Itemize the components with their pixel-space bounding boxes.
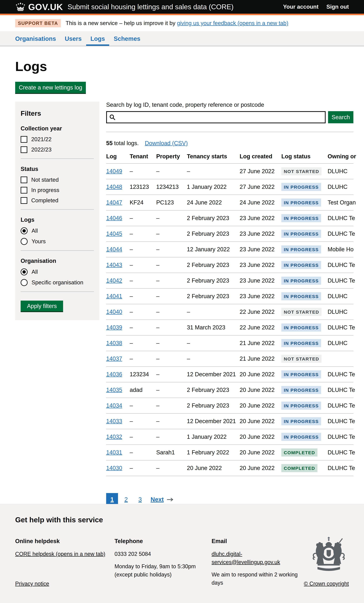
log-id-link[interactable]: 14046 bbox=[106, 215, 122, 221]
footer: Get help with this service Online helpde… bbox=[0, 504, 364, 603]
checkbox[interactable] bbox=[21, 146, 27, 153]
nav-tab[interactable]: Schemes bbox=[114, 31, 141, 46]
sign-out-link[interactable]: Sign out bbox=[326, 4, 349, 10]
table-row: 14041 – – 2 February 2023 23 June 2022 I… bbox=[106, 289, 353, 304]
nav-tab[interactable]: Organisations bbox=[15, 31, 56, 46]
log-id-link[interactable]: 14041 bbox=[106, 293, 122, 299]
log-id-link[interactable]: 14049 bbox=[106, 168, 122, 174]
cell-owning-organisation: DLUHC Te bbox=[328, 226, 353, 242]
filter-radio-option[interactable]: All bbox=[21, 227, 94, 234]
column-header: Property bbox=[156, 153, 187, 163]
cell-owning-organisation: DLUHC Te bbox=[328, 429, 353, 445]
cell-tenancy-starts: 2 February 2023 bbox=[187, 398, 240, 413]
cell-log-created: 23 June 2022 bbox=[240, 289, 281, 304]
search-button[interactable]: Search bbox=[328, 111, 353, 123]
filter-radio-option[interactable]: Specific organisation bbox=[21, 279, 94, 286]
pagination-next-link[interactable]: Next bbox=[151, 496, 164, 503]
primary-nav: OrganisationsUsersLogsSchemes bbox=[15, 31, 349, 46]
cell-property: – bbox=[156, 289, 187, 304]
filter-checkbox-option[interactable]: 2021/22 bbox=[21, 136, 94, 143]
email-link[interactable]: dluhc.digital-services@levellingup.gov.u… bbox=[211, 551, 280, 565]
logs-table: LogTenantPropertyTenancy startsLog creat… bbox=[106, 153, 353, 476]
cell-property: – bbox=[156, 335, 187, 351]
cell-tenancy-starts: 2 February 2023 bbox=[187, 273, 240, 289]
cell-owning-organisation: DLUHC bbox=[328, 304, 353, 320]
cell-property: – bbox=[156, 351, 187, 367]
privacy-notice-link[interactable]: Privacy notice bbox=[15, 580, 49, 588]
download-csv-link[interactable]: Download (CSV) bbox=[145, 140, 188, 147]
search-icon bbox=[109, 114, 116, 120]
radio-button[interactable] bbox=[21, 227, 28, 234]
cell-owning-organisation: DLUHC Te bbox=[328, 273, 353, 289]
checkbox[interactable] bbox=[21, 197, 27, 204]
next-arrow-icon bbox=[167, 498, 173, 502]
log-id-link[interactable]: 14038 bbox=[106, 340, 122, 346]
cell-owning-organisation: DLUHC Te bbox=[328, 210, 353, 226]
log-id-link[interactable]: 14039 bbox=[106, 324, 122, 331]
search-input[interactable] bbox=[106, 111, 326, 123]
cell-tenancy-starts: 2 February 2023 bbox=[187, 289, 240, 304]
cell-tenant: – bbox=[130, 226, 156, 242]
table-header-row: LogTenantPropertyTenancy startsLog creat… bbox=[106, 153, 353, 163]
filter-checkbox-option[interactable]: Completed bbox=[21, 197, 94, 204]
filter-checkbox-option[interactable]: In progress bbox=[21, 187, 94, 194]
log-id-link[interactable]: 14034 bbox=[106, 402, 122, 409]
radio-button[interactable] bbox=[21, 268, 28, 275]
your-account-link[interactable]: Your account bbox=[283, 4, 318, 10]
checkbox[interactable] bbox=[21, 136, 27, 143]
table-row: 14036 123234 – 12 December 2021 20 June … bbox=[106, 367, 353, 382]
filter-radio-option[interactable]: All bbox=[21, 268, 94, 275]
filter-divider bbox=[21, 159, 94, 159]
total-logs-label: total logs. bbox=[114, 140, 139, 147]
log-id-link[interactable]: 14035 bbox=[106, 387, 122, 393]
cell-log-created: 23 June 2022 bbox=[240, 226, 281, 242]
cell-tenancy-starts: – bbox=[187, 335, 240, 351]
status-badge: IN PROGRESS bbox=[281, 324, 321, 332]
cell-tenant: – bbox=[130, 242, 156, 257]
filter-radio-option[interactable]: Yours bbox=[21, 238, 94, 245]
crown-copyright-link[interactable]: © Crown copyright bbox=[304, 580, 349, 588]
log-id-link[interactable]: 14033 bbox=[106, 418, 122, 424]
cell-property: PC123 bbox=[156, 195, 187, 210]
radio-button[interactable] bbox=[21, 279, 28, 286]
cell-log-created: 23 June 2022 bbox=[240, 257, 281, 273]
core-helpdesk-link[interactable]: CORE helpdesk (opens in a new tab) bbox=[15, 551, 105, 557]
log-id-link[interactable]: 14042 bbox=[106, 277, 122, 284]
cell-tenancy-starts: – bbox=[187, 351, 240, 367]
log-id-link[interactable]: 14031 bbox=[106, 449, 122, 456]
filter-divider bbox=[21, 209, 94, 209]
cell-property: – bbox=[156, 163, 187, 179]
checkbox[interactable] bbox=[21, 187, 27, 194]
create-lettings-log-button[interactable]: Create a new lettings log bbox=[15, 82, 86, 93]
cell-log-created: 20 June 2022 bbox=[240, 460, 281, 476]
cell-owning-organisation: DLUHC bbox=[328, 163, 353, 179]
govuk-logo-link[interactable]: GOV.UK bbox=[15, 2, 63, 12]
log-id-link[interactable]: 14036 bbox=[106, 371, 122, 377]
log-id-link[interactable]: 14044 bbox=[106, 246, 122, 253]
log-id-link[interactable]: 14032 bbox=[106, 434, 122, 440]
cell-tenancy-starts: – bbox=[187, 304, 240, 320]
log-id-link[interactable]: 14037 bbox=[106, 356, 122, 362]
filter-checkbox-option[interactable]: 2022/23 bbox=[21, 146, 94, 153]
feedback-link[interactable]: giving us your feedback (opens in a new … bbox=[177, 20, 288, 26]
log-id-link[interactable]: 14030 bbox=[106, 465, 122, 471]
nav-tab[interactable]: Logs bbox=[90, 31, 105, 46]
radio-button[interactable] bbox=[21, 238, 28, 245]
checkbox[interactable] bbox=[21, 176, 27, 183]
nav-tab-label: Schemes bbox=[114, 35, 141, 42]
cell-tenant: 123234 bbox=[130, 367, 156, 382]
filter-checkbox-option[interactable]: Not started bbox=[21, 176, 94, 183]
log-id-link[interactable]: 14043 bbox=[106, 262, 122, 268]
log-id-link[interactable]: 14040 bbox=[106, 309, 122, 315]
cell-log-created: 21 June 2022 bbox=[240, 335, 281, 351]
log-id-link[interactable]: 14045 bbox=[106, 231, 122, 237]
status-badge: NOT STARTED bbox=[281, 167, 322, 175]
nav-tab[interactable]: Users bbox=[65, 31, 82, 46]
log-id-link[interactable]: 14047 bbox=[106, 199, 122, 206]
log-id-link[interactable]: 14048 bbox=[106, 184, 122, 190]
status-badge: IN PROGRESS bbox=[281, 433, 321, 441]
beta-text: This is a new service – help us improve … bbox=[66, 20, 288, 26]
status-badge: NOT STARTED bbox=[281, 308, 322, 316]
nav-tab-label: Users bbox=[65, 35, 82, 42]
apply-filters-button[interactable]: Apply filters bbox=[21, 301, 63, 311]
